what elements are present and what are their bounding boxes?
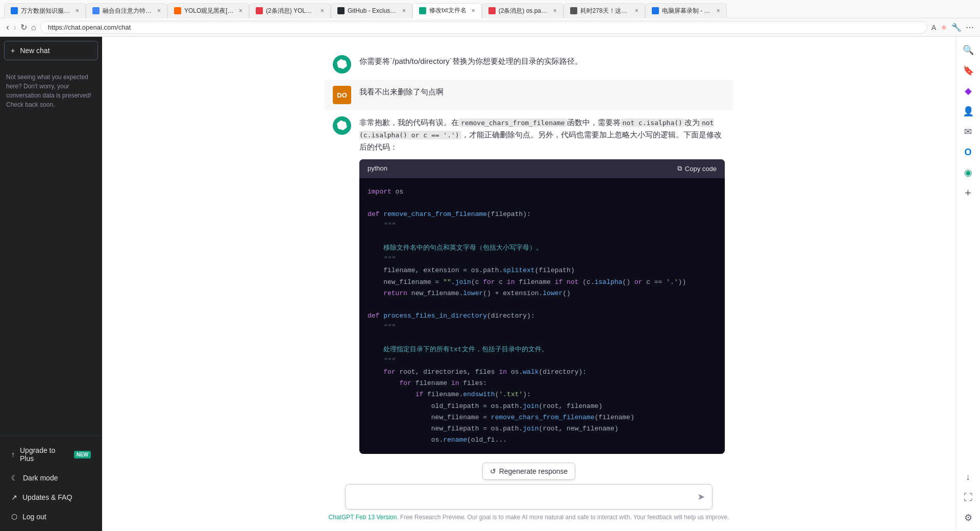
- right-bookmark-icon[interactable]: 🔖: [959, 61, 977, 80]
- tab-strip: 万方数据知识服务平台×融合自注意力特征截V×YOLO观见黑夜[YOLO...×(…: [4, 0, 976, 18]
- tab-favicon: [256, 7, 263, 14]
- tab-close-button[interactable]: ×: [157, 7, 161, 14]
- right-mail-icon[interactable]: ✉: [959, 123, 977, 141]
- message-row: 你需要将`/path/to/directory`替换为你想要处理的目录的实际路径…: [325, 49, 733, 80]
- copy-code-button[interactable]: ⧉ Copy code: [677, 164, 717, 173]
- back-btn[interactable]: ‹: [6, 22, 9, 33]
- message-3-text: 非常抱歉，我的代码有误。在remove_chars_from_filename函…: [359, 118, 722, 151]
- tab-close-button[interactable]: ×: [239, 7, 242, 14]
- gpt-avatar: [333, 55, 351, 74]
- browser-tab[interactable]: 耗时278天！这个...×: [564, 3, 645, 18]
- tab-close-button[interactable]: ×: [553, 7, 557, 14]
- tab-favicon: [174, 7, 181, 14]
- tab-close-button[interactable]: ×: [76, 7, 79, 14]
- thumbs-down-icon[interactable]: 👎: [374, 456, 384, 456]
- translate-btn[interactable]: A: [932, 23, 936, 32]
- send-icon: ➤: [697, 492, 705, 502]
- tab-favicon: [652, 7, 659, 14]
- tab-close-button[interactable]: ×: [402, 7, 406, 14]
- message-text: 非常抱歉，我的代码有误。在remove_chars_from_filename函…: [359, 116, 725, 456]
- more-btn[interactable]: ⋯: [966, 22, 974, 32]
- browser-bar: 万方数据知识服务平台×融合自注意力特征截V×YOLO观见黑夜[YOLO...×(…: [0, 0, 980, 18]
- refresh-btn[interactable]: ↻: [20, 22, 27, 32]
- log-out-action[interactable]: ⬡ Log out: [4, 508, 98, 526]
- browser-tab[interactable]: 修改txt文件名×: [412, 3, 482, 18]
- message-row: DO 我看不出来删除了句点啊: [325, 80, 733, 110]
- browser-tab[interactable]: (2条消息) os.path.spli...×: [482, 3, 564, 18]
- upgrade-to-plus-action[interactable]: ↑ Upgrade to Plus NEW: [4, 441, 98, 468]
- regenerate-label: Regenerate response: [499, 467, 568, 475]
- copy-label: Copy code: [685, 165, 717, 173]
- browser-tab[interactable]: 万方数据知识服务平台×: [4, 3, 86, 18]
- message-text: 你需要将`/path/to/directory`替换为你想要处理的目录的实际路径…: [359, 55, 725, 67]
- home-btn[interactable]: ⌂: [31, 23, 36, 32]
- tab-close-button[interactable]: ×: [635, 7, 639, 14]
- user-avatar: DO: [333, 86, 351, 104]
- sidebar: + New chat Not seeing what you expected …: [0, 37, 102, 531]
- message-2-text: 我看不出来删除了句点啊: [359, 87, 444, 96]
- chatgpt-version-link[interactable]: ChatGPT Feb 13 Version: [329, 514, 397, 521]
- dark-mode-action[interactable]: ☾ Dark mode: [4, 469, 98, 487]
- scroll-down-icon[interactable]: ↓: [959, 468, 977, 486]
- nav-bar: ‹ › ↻ ⌂ https://chat.openai.com/chat A ★…: [0, 18, 980, 37]
- browser-tab[interactable]: 电脑屏幕录制 - 搜索×: [645, 3, 727, 18]
- regenerate-button[interactable]: ↺ Regenerate response: [482, 463, 576, 480]
- tab-close-button[interactable]: ×: [321, 7, 324, 14]
- dark-mode-label: Dark mode: [23, 474, 58, 482]
- code-body: import os def remove_chars_from_filename…: [359, 178, 725, 454]
- new-chat-label: New chat: [20, 46, 50, 55]
- settings-icon[interactable]: ⚙: [959, 509, 977, 527]
- expand-icon[interactable]: ⛶: [959, 488, 977, 506]
- right-search-icon[interactable]: 🔍: [959, 41, 977, 59]
- tab-label: 万方数据知识服务平台: [21, 7, 70, 15]
- browser-tab[interactable]: YOLO观见黑夜[YOLO...×: [167, 3, 249, 18]
- extensions-btn[interactable]: 🔧: [951, 22, 962, 32]
- sidebar-notice: Not seeing what you expected here? Don't…: [0, 64, 102, 117]
- tab-label: (2条消息) os.path.spli...: [499, 7, 548, 15]
- tab-label: YOLO观见黑夜[YOLO...: [184, 7, 234, 15]
- address-bar[interactable]: https://chat.openai.com/chat: [40, 21, 927, 34]
- tab-label: (2条消息) YOLO与voc...: [266, 7, 315, 15]
- tab-favicon: [337, 7, 345, 14]
- new-chat-button[interactable]: + New chat: [4, 41, 98, 60]
- tab-label: GitHub - Exclusively-Dark-Imag...: [348, 7, 397, 14]
- footer-text: ChatGPT Feb 13 Version. Free Research Pr…: [329, 514, 729, 521]
- tab-label: 电脑屏幕录制 - 搜索: [662, 7, 712, 15]
- code-language: python: [368, 163, 387, 174]
- copy-icon: ⧉: [677, 164, 682, 173]
- code-block: python ⧉ Copy code import os def remove_…: [359, 159, 725, 454]
- updates-label: Updates & FAQ: [22, 493, 72, 501]
- browser-tab[interactable]: 融合自注意力特征截V×: [86, 3, 167, 18]
- tab-label: 耗时278天！这个...: [580, 7, 630, 15]
- right-diamond-icon[interactable]: ◆: [959, 82, 977, 100]
- message-text: 我看不出来删除了句点啊: [359, 86, 725, 98]
- star-btn[interactable]: ★: [940, 22, 947, 32]
- right-plus-icon[interactable]: +: [959, 184, 977, 202]
- logout-icon: ⬡: [11, 513, 17, 521]
- thumbs-up-icon[interactable]: 👍: [359, 456, 370, 456]
- updates-faq-action[interactable]: ↗ Updates & FAQ: [4, 488, 98, 506]
- browser-tab[interactable]: GitHub - Exclusively-Dark-Imag...×: [331, 3, 412, 18]
- tab-favicon: [11, 7, 18, 14]
- tab-favicon: [570, 7, 577, 14]
- message-1-text: 你需要将`/path/to/directory`替换为你想要处理的目录的实际路径…: [359, 57, 582, 65]
- chat-input[interactable]: [346, 485, 712, 509]
- input-area: ↺ Regenerate response ➤ ChatGPT Feb 13 V…: [102, 456, 955, 531]
- updates-icon: ↗: [11, 493, 17, 501]
- tab-close-button[interactable]: ×: [717, 7, 720, 14]
- tab-favicon: [92, 7, 100, 14]
- upgrade-label: Upgrade to Plus: [20, 446, 67, 463]
- url-text: https://chat.openai.com/chat: [48, 23, 131, 31]
- right-person-icon[interactable]: 👤: [959, 102, 977, 120]
- right-outlook-icon[interactable]: O: [959, 143, 977, 161]
- code-block-header: python ⧉ Copy code: [359, 159, 725, 178]
- forward-btn[interactable]: ›: [13, 22, 16, 33]
- send-button[interactable]: ➤: [695, 489, 707, 504]
- right-green-icon[interactable]: ◉: [959, 163, 977, 182]
- browser-tab[interactable]: (2条消息) YOLO与voc...×: [249, 3, 331, 18]
- chat-area: 你需要将`/path/to/directory`替换为你想要处理的目录的实际路径…: [102, 37, 955, 456]
- main-area: 你需要将`/path/to/directory`替换为你想要处理的目录的实际路径…: [102, 37, 955, 531]
- sidebar-bottom: ↑ Upgrade to Plus NEW ☾ Dark mode ↗ Upda…: [0, 436, 102, 531]
- tab-close-button[interactable]: ×: [472, 7, 475, 14]
- user-avatar-text: DO: [337, 91, 347, 99]
